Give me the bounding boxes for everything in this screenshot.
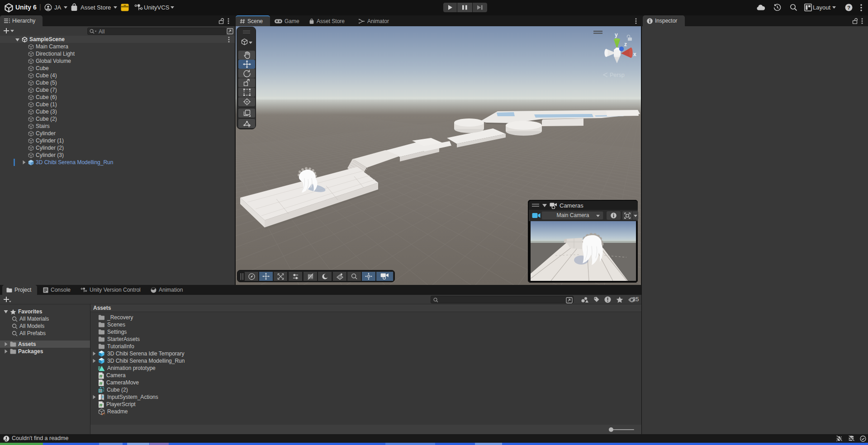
svg-text:x: x [633,51,636,57]
svg-text:{}: {} [102,412,105,415]
svg-text:z: z [624,41,627,47]
svg-text:y: y [615,32,618,38]
svg-text:Persp: Persp [610,72,625,78]
svg-text:?: ? [847,5,850,10]
